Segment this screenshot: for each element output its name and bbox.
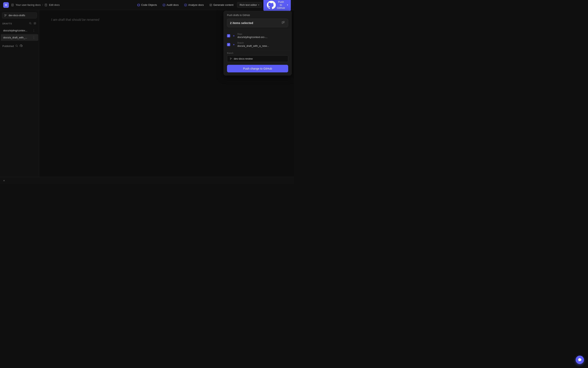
doc-icon — [11, 4, 14, 6]
github-icon — [266, 0, 276, 10]
breadcrumb-root[interactable]: Your user-facing docs — [16, 3, 41, 6]
branch-selector[interactable]: dev-docs-drafts — [2, 12, 37, 18]
close-button[interactable]: × — [2, 178, 6, 183]
generate-content-icon — [209, 4, 212, 6]
analyze-docs-icon — [184, 4, 187, 6]
code-objects-button[interactable]: Code Objects — [135, 2, 159, 8]
items-selected-row: 2 items selected — [227, 18, 288, 27]
code-objects-icon — [137, 4, 140, 6]
app-logo — [3, 2, 9, 8]
drafts-actions — [29, 22, 37, 26]
dropdown-items-list: + Repo docs/styling/context-src-... + Br… — [224, 30, 291, 51]
breadcrumb: Your user-facing docs / Edit docs — [11, 3, 60, 6]
doc-icon-2 — [45, 4, 47, 6]
drafts-search-button[interactable] — [29, 22, 32, 26]
analyze-docs-button[interactable]: Analyze docs — [182, 2, 206, 8]
item-0-plus-icon: + — [232, 34, 235, 37]
dropdown-item-0: + Repo docs/styling/context-src-... — [224, 31, 291, 40]
sidebar: dev-docs-drafts DRAFTS — [0, 10, 39, 184]
branch-icon — [4, 14, 7, 17]
draft-item-0[interactable]: docs/styling/contex... ⋮ — [1, 27, 38, 34]
item-0-labels: Repo docs/styling/context-src-... — [237, 33, 267, 39]
breadcrumb-separator: / — [42, 3, 43, 6]
branch-section-label: Branch — [227, 52, 288, 54]
map-icon — [282, 21, 285, 25]
draft-item-1-menu[interactable]: ⋮ — [32, 36, 36, 39]
published-label: Published — [2, 45, 14, 48]
breadcrumb-current[interactable]: Edit docs — [49, 3, 60, 6]
push-to-github-dropdown: Push drafts to GitHub 2 items selected +… — [224, 11, 292, 75]
item-1-plus-icon: + — [232, 43, 235, 46]
drafts-section-header: DRAFTS — [0, 21, 39, 27]
dropdown-item-1: + Branch docs/a_draft_with_a_new... — [224, 40, 291, 49]
svg-rect-25 — [282, 22, 283, 24]
dropdown-header-section: Push drafts to GitHub 2 items selected — [224, 11, 291, 30]
branch-input-section: Branch — [224, 51, 291, 64]
drafts-add-button[interactable] — [33, 22, 37, 26]
push-change-button[interactable]: Push change to GitHub — [227, 65, 288, 72]
generate-content-button[interactable]: Generate content — [207, 2, 235, 8]
published-search-button[interactable] — [15, 45, 18, 48]
editor-toggle-button[interactable]: Rich text editor ▾ — [237, 2, 262, 8]
branch-input-row — [227, 55, 288, 62]
push-to-github-button[interactable]: Push to GitHub ▾ — [263, 0, 291, 11]
audit-docs-button[interactable]: Audit docs — [161, 2, 181, 8]
draft-item-0-menu[interactable]: ⋮ — [32, 29, 36, 32]
item-1-labels: Branch docs/a_draft_with_a_new... — [237, 42, 269, 47]
bottom-bar: × — [0, 177, 294, 184]
svg-line-19 — [31, 24, 31, 24]
branch-input-field[interactable] — [234, 57, 285, 60]
branch-input-icon — [230, 57, 232, 60]
svg-rect-26 — [283, 21, 285, 23]
draft-item-1[interactable]: docs/a_draft_with_... ⋮ — [1, 34, 38, 41]
items-selected-count: 2 items selected — [230, 21, 253, 25]
nav-actions: Code Objects Audit docs Analyze docs G — [135, 0, 291, 11]
dropdown-title: Push drafts to GitHub — [227, 14, 288, 17]
audit-docs-icon — [163, 4, 165, 6]
branch-label: dev-docs-drafts — [9, 14, 25, 17]
drafts-label: DRAFTS — [2, 22, 12, 25]
published-section: Published — [0, 43, 39, 49]
top-navigation: Your user-facing docs / Edit docs Code O… — [0, 0, 294, 10]
chevron-down-icon: ▾ — [258, 4, 259, 6]
svg-line-24 — [17, 46, 18, 47]
item-1-checkbox[interactable] — [227, 43, 230, 46]
published-github-button[interactable] — [20, 44, 22, 48]
push-chevron-icon: ▾ — [287, 4, 288, 6]
item-0-checkbox[interactable] — [227, 34, 230, 37]
